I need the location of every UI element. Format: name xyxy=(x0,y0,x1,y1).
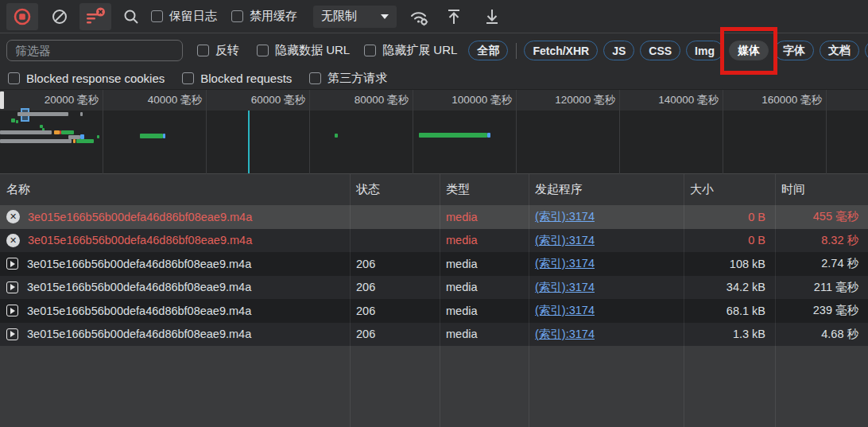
waterfall-bar xyxy=(0,130,52,134)
play-triangle xyxy=(10,261,15,267)
cell-size: 68.1 kB xyxy=(684,305,775,317)
cell-name: ✕3e015e166b56b00defa46d86bf08eae9.m4a xyxy=(0,234,350,247)
export-har-button[interactable] xyxy=(482,7,502,26)
cell-time: 239 毫秒 xyxy=(775,303,868,318)
blocked-response-cookies-checkbox[interactable] xyxy=(8,72,20,84)
initiator-link[interactable]: (索引):3174 xyxy=(535,257,595,270)
initiator-link[interactable]: (索引):3174 xyxy=(535,304,595,316)
cell-type: media xyxy=(440,305,529,317)
table-row[interactable]: 3e015e166b56b00defa46d86bf08eae9.m4a206m… xyxy=(0,323,868,347)
filter-pill-媒体[interactable]: 媒体 xyxy=(729,41,769,60)
timeline-playhead xyxy=(248,111,250,173)
play-triangle xyxy=(10,331,15,337)
initiator-link[interactable]: (索引):3174 xyxy=(535,328,595,340)
waterfall-bar xyxy=(54,130,60,134)
filter-toggle-button[interactable] xyxy=(79,3,111,30)
waterfall-bar xyxy=(61,130,74,134)
table-row[interactable]: 3e015e166b56b00defa46d86bf08eae9.m4a206m… xyxy=(0,299,868,323)
record-button[interactable] xyxy=(6,3,38,30)
timeline-tick-label: 80000 毫秒 xyxy=(310,90,413,111)
cell-type: media xyxy=(440,328,529,340)
cell-type: media xyxy=(440,281,529,293)
preserve-log-label: 保留日志 xyxy=(169,9,217,24)
download-arrow-icon xyxy=(482,7,502,26)
initiator-link[interactable]: (索引):3174 xyxy=(535,281,595,293)
clear-button[interactable] xyxy=(51,8,68,25)
table-row[interactable]: 3e015e166b56b00defa46d86bf08eae9.m4a206m… xyxy=(0,276,868,300)
column-header-name[interactable]: 名称 xyxy=(0,182,350,197)
timeline-drag-handle[interactable] xyxy=(0,91,4,109)
waterfall-bar xyxy=(16,120,18,123)
import-har-button[interactable] xyxy=(444,7,463,26)
play-icon xyxy=(6,328,18,340)
disable-cache-label: 禁用缓存 xyxy=(250,9,297,24)
cell-initiator: (索引):3174 xyxy=(529,303,684,318)
third-party-requests-label: 第三方请求 xyxy=(327,71,387,86)
cell-status: 206 xyxy=(350,305,440,317)
column-header-size[interactable]: 大小 xyxy=(684,182,775,197)
chevron-down-icon xyxy=(381,14,389,19)
throttling-dropdown[interactable]: 无限制 xyxy=(313,6,397,28)
preserve-log-checkbox[interactable] xyxy=(151,10,163,22)
invert-label: 反转 xyxy=(215,43,239,58)
timeline-tick-label: 100000 毫秒 xyxy=(413,90,516,111)
cell-name: 3e015e166b56b00defa46d86bf08eae9.m4a xyxy=(0,281,350,293)
cell-size: 0 B xyxy=(684,234,775,246)
timeline-tick-label: 40000 毫秒 xyxy=(103,90,206,111)
cell-time: 455 毫秒 xyxy=(775,209,868,224)
filter-active-icon xyxy=(84,7,107,26)
disable-cache-checkbox[interactable] xyxy=(231,10,243,22)
blocked-requests-label: Blocked requests xyxy=(200,72,292,85)
cell-name: 3e015e166b56b00defa46d86bf08eae9.m4a xyxy=(0,258,350,270)
filter-pill-CSS[interactable]: CSS xyxy=(640,41,680,60)
network-conditions-button[interactable] xyxy=(408,6,430,27)
hide-data-urls-checkbox[interactable] xyxy=(257,45,269,56)
waterfall-bar xyxy=(73,139,76,143)
throttling-value: 无限制 xyxy=(321,9,370,24)
table-row[interactable]: 3e015e166b56b00defa46d86bf08eae9.m4a206m… xyxy=(0,252,868,276)
upload-arrow-icon xyxy=(444,7,463,26)
cancel-icon: ✕ xyxy=(6,210,20,223)
cell-status: 206 xyxy=(350,328,440,340)
initiator-link[interactable]: (索引):3174 xyxy=(535,210,595,223)
blocked-requests-checkbox[interactable] xyxy=(182,72,194,84)
timeline-tick-label: 140000 毫秒 xyxy=(620,90,723,111)
filter-input[interactable] xyxy=(6,40,183,61)
timeline-tick-label: 20000 毫秒 xyxy=(0,90,103,111)
filter-pill-字体[interactable]: 字体 xyxy=(774,41,814,60)
hide-extension-urls-label: 隐藏扩展 URL xyxy=(382,43,457,58)
hide-extension-urls-checkbox[interactable] xyxy=(364,45,376,56)
column-header-type[interactable]: 类型 xyxy=(440,182,529,197)
column-divider xyxy=(529,174,529,427)
timeline-waterfall xyxy=(0,111,868,173)
cell-status: 206 xyxy=(350,258,440,270)
requests-table-body: ✕3e015e166b56b00defa46d86bf08eae9.m4amed… xyxy=(0,205,868,346)
hide-data-urls-label: 隐藏数据 URL xyxy=(275,43,350,58)
filter-pill-WS[interactable]: WS xyxy=(865,41,868,60)
waterfall-bar xyxy=(76,139,94,143)
invert-checkbox[interactable] xyxy=(197,45,209,56)
filter-pill-Img[interactable]: Img xyxy=(686,41,723,60)
pill-separator xyxy=(516,43,517,59)
network-overview-timeline[interactable]: 20000 毫秒40000 毫秒60000 毫秒80000 毫秒100000 毫… xyxy=(0,90,868,174)
filter-pill-全部[interactable]: 全部 xyxy=(468,41,508,60)
waterfall-bar xyxy=(487,133,490,138)
filter-pill-文档[interactable]: 文档 xyxy=(820,41,859,60)
search-button[interactable] xyxy=(122,8,140,25)
column-header-status[interactable]: 状态 xyxy=(350,182,440,197)
table-row[interactable]: ✕3e015e166b56b00defa46d86bf08eae9.m4amed… xyxy=(0,205,868,229)
column-header-initiator[interactable]: 发起程序 xyxy=(529,182,684,197)
waterfall-bar xyxy=(335,134,338,138)
table-row[interactable]: ✕3e015e166b56b00defa46d86bf08eae9.m4amed… xyxy=(0,229,868,253)
cell-name: 3e015e166b56b00defa46d86bf08eae9.m4a xyxy=(0,328,350,340)
cell-name: ✕3e015e166b56b00defa46d86bf08eae9.m4a xyxy=(0,210,350,223)
column-header-time[interactable]: 时间 xyxy=(775,182,868,197)
third-party-requests-checkbox[interactable] xyxy=(309,72,321,84)
request-name: 3e015e166b56b00defa46d86bf08eae9.m4a xyxy=(27,328,251,340)
request-name: 3e015e166b56b00defa46d86bf08eae9.m4a xyxy=(28,234,252,246)
initiator-link[interactable]: (索引):3174 xyxy=(535,234,595,246)
column-divider xyxy=(440,174,440,427)
filter-pill-JS[interactable]: JS xyxy=(603,41,634,60)
cell-type: media xyxy=(440,258,529,270)
filter-pill-Fetch/XHR[interactable]: Fetch/XHR xyxy=(524,41,598,60)
